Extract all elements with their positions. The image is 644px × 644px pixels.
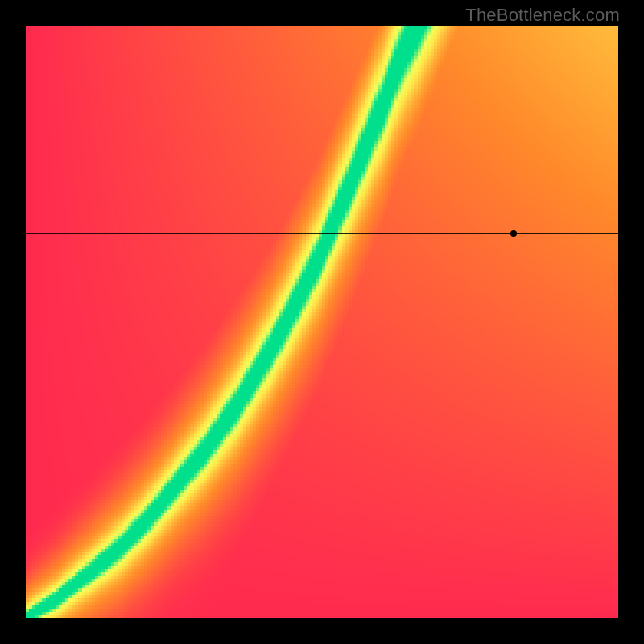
crosshair-horizontal — [26, 233, 618, 234]
crosshair-marker — [510, 230, 517, 237]
heatmap-canvas — [26, 26, 618, 618]
watermark-text: TheBottleneck.com — [465, 5, 620, 26]
crosshair-vertical — [514, 26, 514, 618]
chart-frame: TheBottleneck.com — [0, 0, 644, 644]
